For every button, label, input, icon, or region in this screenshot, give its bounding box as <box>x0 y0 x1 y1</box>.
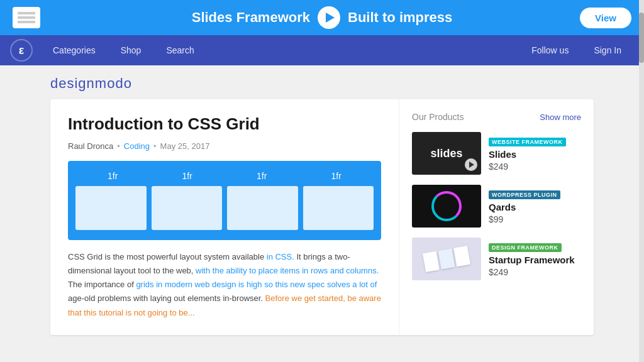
slides-play-icon <box>465 158 477 171</box>
product-info-slides: WEBSITE FRAMEWORK Slides $249 <box>489 135 581 172</box>
product-item-startup[interactable]: DESIGN FRAMEWORK Startup Framework $249 <box>412 238 581 280</box>
grid-cell-3 <box>227 186 298 230</box>
show-more-link[interactable]: Show more <box>540 112 581 122</box>
article-side: Introduction to CSS Grid Raul Dronca • C… <box>50 99 399 335</box>
product-thumb-qards <box>412 185 481 228</box>
product-thumb-startup <box>412 238 481 280</box>
article-category[interactable]: Coding <box>124 141 150 151</box>
nav-items: Categories Shop Search <box>40 35 519 65</box>
grid-illustration: 1fr 1fr 1fr 1fr <box>68 161 381 240</box>
products-header: Our Products Show more <box>412 112 581 122</box>
meta-dot-2: • <box>153 141 157 151</box>
qards-price: $99 <box>489 214 503 224</box>
grid-label-2: 1fr <box>150 171 225 181</box>
content-area: designmodo Introduction to CSS Grid Raul… <box>0 65 644 345</box>
nav-item-follow[interactable]: Follow us <box>519 35 581 65</box>
product-item-qards[interactable]: WORDPRESS PLUGIN Qards $99 <box>412 185 581 228</box>
article-author: Raul Dronca <box>68 141 113 151</box>
site-logo-text: designmodo <box>50 75 132 91</box>
nav-right: Follow us Sign In <box>519 35 634 65</box>
startup-badge: DESIGN FRAMEWORK <box>489 243 562 252</box>
banner-text: Slides Framework Built to impress <box>192 6 453 29</box>
qards-name: Qards <box>489 202 581 212</box>
scrollbar[interactable] <box>639 0 644 362</box>
slides-badge: WEBSITE FRAMEWORK <box>489 138 566 146</box>
products-side: Our Products Show more slides WEBSITE FR… <box>399 99 594 335</box>
grid-cell-1 <box>75 186 147 230</box>
scrollbar-thumb[interactable] <box>639 13 644 63</box>
grid-cells <box>75 186 374 230</box>
banner-impress-text: Built to impress <box>348 9 452 26</box>
nav-item-shop[interactable]: Shop <box>108 35 154 65</box>
top-banner: Slides Framework Built to impress View <box>0 0 644 35</box>
nav-item-categories[interactable]: Categories <box>40 35 108 65</box>
article-title: Introduction to CSS Grid <box>68 114 381 134</box>
grid-labels: 1fr 1fr 1fr 1fr <box>75 171 374 181</box>
nav-logo[interactable]: ε <box>10 39 33 62</box>
nav-item-signin[interactable]: Sign In <box>581 35 634 65</box>
grid-label-3: 1fr <box>225 171 299 181</box>
nav-logo-symbol: ε <box>19 44 25 57</box>
site-logo: designmodo <box>50 75 594 92</box>
article-body: CSS Grid is the most powerful layout sys… <box>68 250 381 319</box>
main-card: Introduction to CSS Grid Raul Dronca • C… <box>50 99 594 335</box>
view-button[interactable]: View <box>580 8 631 28</box>
startup-name: Startup Framework <box>489 255 581 265</box>
grid-label-4: 1fr <box>299 171 374 181</box>
main-nav: ε Categories Shop Search Follow us Sign … <box>0 35 644 65</box>
grid-label-1: 1fr <box>75 171 150 181</box>
product-info-startup: DESIGN FRAMEWORK Startup Framework $249 <box>489 241 581 278</box>
slides-price: $249 <box>489 162 508 172</box>
qards-logo <box>431 191 462 221</box>
play-button[interactable] <box>318 6 340 29</box>
product-item-slides[interactable]: slides WEBSITE FRAMEWORK Slides $249 <box>412 132 581 175</box>
products-title: Our Products <box>412 112 464 122</box>
product-info-qards: WORDPRESS PLUGIN Qards $99 <box>489 188 581 225</box>
grid-cell-2 <box>152 186 223 230</box>
slides-icon <box>13 7 40 28</box>
slides-thumb-text: slides <box>430 147 462 160</box>
banner-slides-text: Slides Framework <box>192 9 310 26</box>
meta-dot-1: • <box>117 141 120 151</box>
qards-badge: WORDPRESS PLUGIN <box>489 190 560 199</box>
nav-item-search[interactable]: Search <box>153 35 206 65</box>
article-meta: Raul Dronca • Coding • May 25, 2017 <box>68 141 381 151</box>
startup-price: $249 <box>489 267 508 277</box>
article-date: May 25, 2017 <box>160 141 210 151</box>
product-thumb-slides: slides <box>412 132 481 175</box>
grid-cell-4 <box>303 186 374 230</box>
slides-name: Slides <box>489 149 581 160</box>
